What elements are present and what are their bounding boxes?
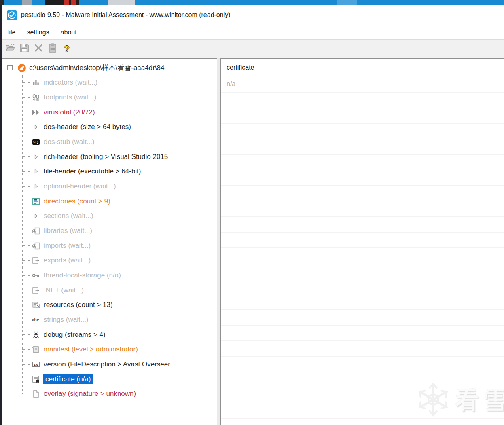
column-divider[interactable] (435, 59, 435, 76)
table-row (221, 341, 504, 356)
manifest-icon (32, 345, 40, 354)
table-row (221, 326, 504, 341)
strip-segment (71, 0, 76, 5)
table-row (221, 372, 504, 387)
tree-guide-line (22, 231, 31, 231)
bug-icon (32, 330, 40, 339)
tree-item-file-header[interactable]: file-header (executable > 64-bit) (2, 164, 217, 179)
strip-segment (108, 0, 135, 5)
table-row (221, 155, 504, 170)
virustotal-icon (32, 108, 40, 117)
tree-item-label: imports (wait...) (44, 242, 91, 250)
clipboard-icon (48, 43, 58, 55)
tree-guide-line (22, 349, 31, 350)
navigation-tree-panel[interactable]: c:\users\admin\desktop\样本\看雪-aaa4dr\84 i… (2, 58, 217, 425)
collapse-toggle-icon[interactable] (7, 65, 13, 70)
tree-item-label: sections (wait...) (44, 212, 93, 220)
svg-text:1.0: 1.0 (34, 363, 38, 366)
table-row (221, 357, 504, 372)
tree-guide-line (22, 320, 31, 320)
column-header-certificate[interactable]: certificate (227, 64, 254, 71)
table-row (221, 170, 504, 186)
strip-segment (337, 0, 357, 5)
background-window-strip (0, 0, 504, 5)
save-button[interactable] (18, 43, 30, 55)
tree-item-overlay[interactable]: overlay (signature > unknown) (2, 387, 217, 402)
table-row (221, 201, 504, 217)
tree-item-strings[interactable]: abcstrings (wait...) (2, 313, 217, 328)
tree-item-dos-stub[interactable]: C:\dos-stub (wait...) (2, 135, 217, 150)
key-icon (32, 271, 40, 280)
tree-item-label: overlay (signature > unknown) (44, 390, 136, 398)
tree-item-certificate[interactable]: certificate (n/a) (2, 372, 217, 387)
strip-segment (0, 0, 4, 5)
tree-guide-line (22, 394, 31, 394)
export-icon (32, 286, 40, 295)
tree-item-debug[interactable]: debug (streams > 4) (2, 327, 217, 342)
tree-item-optional-header[interactable]: optional-header (wait...) (2, 179, 217, 194)
tree-root-path: c:\users\admin\desktop\样本\看雪-aaa4dr\84 (29, 63, 164, 72)
tree-item-directories[interactable]: directories (count > 9) (2, 194, 217, 209)
tree-guide-line (22, 112, 31, 112)
tree-guide-line (22, 245, 31, 246)
table-row (221, 310, 504, 325)
strings-icon: abc (32, 315, 40, 324)
tree-item-thread-local-storage[interactable]: thread-local-storage (n/a) (2, 268, 217, 283)
avast-icon (17, 63, 26, 72)
tree-item-label: optional-header (wait...) (44, 182, 116, 190)
export-icon (32, 256, 40, 265)
floppy-disk-icon (19, 43, 30, 55)
tree-item-imports[interactable]: imports (wait...) (2, 238, 217, 253)
strip-segment (22, 0, 32, 5)
column-header-row: certificate (221, 59, 504, 76)
tree-item-sections[interactable]: sections (wait...) (2, 209, 217, 224)
expand-arrow-icon (32, 123, 40, 131)
tree-guide-line (22, 216, 31, 216)
table-row (221, 93, 504, 108)
tree-guide-line (22, 127, 31, 127)
menu-file[interactable]: file (7, 29, 15, 36)
menu-bar: file settings about (2, 25, 504, 40)
tree-item-label: debug (streams > 4) (44, 331, 106, 339)
tree-item-label: version (FileDescription > Avast Oversee… (44, 360, 170, 368)
tree-guide-line (22, 290, 31, 290)
expand-arrow-icon (32, 211, 40, 220)
tree-item-footprints[interactable]: footprints (wait...) (2, 90, 217, 105)
menu-about[interactable]: about (61, 29, 77, 36)
tree-item-indicators[interactable]: indicators (wait...) (2, 75, 217, 90)
open-file-button[interactable] (4, 43, 16, 55)
certificate-icon (32, 375, 40, 384)
tree-item-resources[interactable]: resources (count > 13) (2, 298, 217, 313)
tree-item-label: libraries (wait...) (44, 227, 92, 235)
help-button[interactable]: ? (61, 43, 73, 55)
tree-item-label: exports (wait...) (44, 256, 91, 264)
tree-items: indicators (wait...)footprints (wait...)… (2, 75, 217, 402)
tree-item-virustotal[interactable]: virustotal (20/72) (2, 105, 217, 120)
strip-segment (64, 0, 69, 5)
tree-guide-line (22, 75, 23, 394)
close-file-button[interactable] (32, 43, 44, 55)
tree-item-.net[interactable]: .NET (wait...) (2, 283, 217, 298)
tree-item-label: dos-header (size > 64 bytes) (44, 123, 131, 131)
tree-root-file[interactable]: c:\users\admin\desktop\样本\看雪-aaa4dr\84 (2, 60, 217, 75)
tree-item-dos-header[interactable]: dos-header (size > 64 bytes) (2, 120, 217, 135)
tree-item-label: .NET (wait...) (44, 286, 84, 294)
table-row (221, 108, 504, 123)
tree-item-libraries[interactable]: libraries (wait...) (2, 224, 217, 239)
tree-guide-line (22, 201, 31, 201)
tree-item-manifest[interactable]: manifest (level > administrator) (2, 342, 217, 357)
import-icon (32, 226, 40, 235)
tree-item-rich-header[interactable]: rich-header (tooling > Visual Studio 201… (2, 149, 217, 164)
tree-item-version[interactable]: 1.0version (FileDescription > Avast Over… (2, 357, 217, 372)
tree-item-exports[interactable]: exports (wait...) (2, 253, 217, 268)
tree-item-label: certificate (n/a) (43, 374, 93, 384)
tree-guide-line (22, 260, 31, 261)
certificate-value-row[interactable]: n/a (221, 76, 504, 93)
menu-settings[interactable]: settings (27, 29, 49, 36)
expand-arrow-icon (32, 152, 40, 161)
detail-panel[interactable]: certificate n/a 看雪 (220, 58, 504, 425)
indicators-icon (32, 78, 40, 87)
copy-report-button[interactable] (47, 43, 59, 55)
help-question-icon: ? (64, 44, 69, 54)
footprints-icon (32, 93, 40, 102)
